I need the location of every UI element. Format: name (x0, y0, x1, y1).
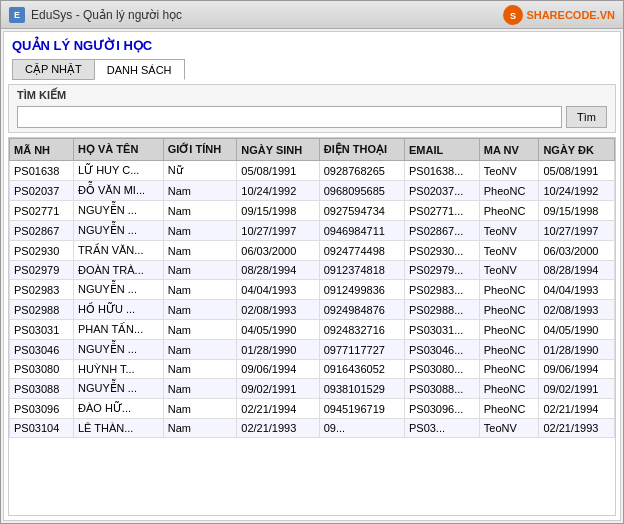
table-row[interactable]: PS03046NGUYỄN ...Nam01/28/19900977117727… (10, 340, 615, 360)
table-cell: 09/15/1998 (539, 201, 615, 221)
table-cell: PS03088... (404, 379, 479, 399)
table-cell: PS02771... (404, 201, 479, 221)
table-cell: Nam (163, 241, 237, 261)
search-row: Tìm (17, 106, 607, 128)
table-cell: PheoNC (479, 280, 539, 300)
table-cell: 04/04/1993 (539, 280, 615, 300)
table-row[interactable]: PS01638LỮ HUY C...Nữ05/08/19910928768265… (10, 161, 615, 181)
table-cell: LÊ THÀN... (73, 419, 163, 438)
app-icon-letter: E (14, 10, 20, 20)
table-cell: Nam (163, 181, 237, 201)
title-bar: E EduSys - Quản lý người học S SHARECODE… (1, 1, 623, 29)
search-section: TÌM KIẾM Tìm (8, 84, 616, 133)
table-body: PS01638LỮ HUY C...Nữ05/08/19910928768265… (10, 161, 615, 438)
table-cell: 05/08/1991 (539, 161, 615, 181)
table-row[interactable]: PS02979ĐOÀN TRÀ...Nam08/28/1994091237481… (10, 261, 615, 280)
table-cell: PheoNC (479, 360, 539, 379)
table-cell: PS03088 (10, 379, 74, 399)
table-cell: 02/21/1994 (237, 399, 319, 419)
table-cell: PS02037... (404, 181, 479, 201)
table-cell: 01/28/1990 (237, 340, 319, 360)
toolbar: CẬP NHẬT DANH SÁCH (4, 57, 620, 84)
table-cell: 04/04/1993 (237, 280, 319, 300)
table-cell: PheoNC (479, 399, 539, 419)
table-cell: 0927594734 (319, 201, 404, 221)
data-table: MÃ NHHỌ VÀ TÊNGIỚI TÍNHNGÀY SINHĐIỆN THO… (9, 138, 615, 438)
table-cell: 08/28/1994 (237, 261, 319, 280)
column-header: NGÀY SINH (237, 139, 319, 161)
search-button[interactable]: Tìm (566, 106, 607, 128)
column-header: MA NV (479, 139, 539, 161)
table-row[interactable]: PS02988HỒ HỮU ...Nam02/08/19930924984876… (10, 300, 615, 320)
table-cell: Nam (163, 201, 237, 221)
table-row[interactable]: PS02930TRẦN VĂN...Nam06/03/2000092477449… (10, 241, 615, 261)
table-cell: 08/28/1994 (539, 261, 615, 280)
table-row[interactable]: PS03031PHAN TẤN...Nam04/05/1990092483271… (10, 320, 615, 340)
table-cell: 09/06/1994 (539, 360, 615, 379)
column-header: EMAIL (404, 139, 479, 161)
table-cell: 02/08/1993 (237, 300, 319, 320)
table-cell: 04/05/1990 (539, 320, 615, 340)
data-table-container[interactable]: MÃ NHHỌ VÀ TÊNGIỚI TÍNHNGÀY SINHĐIỆN THO… (8, 137, 616, 516)
table-cell: PS03080 (10, 360, 74, 379)
table-cell: NGUYỄN ... (73, 201, 163, 221)
table-cell: NGUYỄN ... (73, 280, 163, 300)
table-cell: HỒ HỮU ... (73, 300, 163, 320)
table-cell: 04/05/1990 (237, 320, 319, 340)
page-title: QUẢN LÝ NGƯỜI HỌC (4, 32, 620, 57)
table-cell: 09/15/1998 (237, 201, 319, 221)
table-cell: PS02930 (10, 241, 74, 261)
table-cell: 09/02/1991 (539, 379, 615, 399)
table-cell: 0977117727 (319, 340, 404, 360)
table-cell: TeoNV (479, 419, 539, 438)
table-cell: Nam (163, 340, 237, 360)
table-row[interactable]: PS02037ĐỖ VĂN MI...Nam10/24/199209680956… (10, 181, 615, 201)
search-input[interactable] (17, 106, 562, 128)
sharecode-icon: S (503, 5, 523, 25)
table-cell: TeoNV (479, 161, 539, 181)
table-cell: 0916436052 (319, 360, 404, 379)
table-cell: Nam (163, 300, 237, 320)
table-cell: 01/28/1990 (539, 340, 615, 360)
sharecode-logo: S SHARECODE.VN (503, 5, 615, 25)
table-cell: 0945196719 (319, 399, 404, 419)
table-cell: ĐÀO HỮ... (73, 399, 163, 419)
table-cell: PS02988... (404, 300, 479, 320)
table-cell: PS02867 (10, 221, 74, 241)
search-label: TÌM KIẾM (17, 89, 607, 102)
update-button[interactable]: CẬP NHẬT (12, 59, 94, 80)
table-row[interactable]: PS02983NGUYỄN ...Nam04/04/19930912499836… (10, 280, 615, 300)
table-row[interactable]: PS02771NGUYỄN ...Nam09/15/19980927594734… (10, 201, 615, 221)
table-cell: Nam (163, 419, 237, 438)
table-cell: NGUYỄN ... (73, 379, 163, 399)
table-cell: 09/06/1994 (237, 360, 319, 379)
table-row[interactable]: PS02867NGUYỄN ...Nam10/27/19970946984711… (10, 221, 615, 241)
table-cell: PS03046... (404, 340, 479, 360)
table-cell: 05/08/1991 (237, 161, 319, 181)
table-cell: PS03096... (404, 399, 479, 419)
table-cell: PS02771 (10, 201, 74, 221)
svg-text:S: S (510, 11, 516, 21)
table-row[interactable]: PS03080HUỲNH T...Nam09/06/19940916436052… (10, 360, 615, 379)
table-cell: 0968095685 (319, 181, 404, 201)
table-row[interactable]: PS03088NGUYỄN ...Nam09/02/19910938101529… (10, 379, 615, 399)
table-cell: PS02867... (404, 221, 479, 241)
table-cell: PS03... (404, 419, 479, 438)
table-cell: PS02979 (10, 261, 74, 280)
table-cell: Nam (163, 399, 237, 419)
table-cell: PheoNC (479, 379, 539, 399)
sharecode-text: SHARECODE.VN (526, 9, 615, 21)
table-cell: 0912374818 (319, 261, 404, 280)
column-header: ĐIỆN THOẠI (319, 139, 404, 161)
table-cell: PS03046 (10, 340, 74, 360)
table-cell: PheoNC (479, 340, 539, 360)
table-cell: 10/24/1992 (237, 181, 319, 201)
table-cell: 06/03/2000 (237, 241, 319, 261)
table-cell: PS02037 (10, 181, 74, 201)
column-header: MÃ NH (10, 139, 74, 161)
table-cell: 02/21/1993 (539, 419, 615, 438)
list-button[interactable]: DANH SÁCH (94, 59, 185, 80)
table-row[interactable]: PS03104LÊ THÀN...Nam02/21/199309...PS03.… (10, 419, 615, 438)
table-row[interactable]: PS03096ĐÀO HỮ...Nam02/21/19940945196719P… (10, 399, 615, 419)
column-header: NGÀY ĐK (539, 139, 615, 161)
